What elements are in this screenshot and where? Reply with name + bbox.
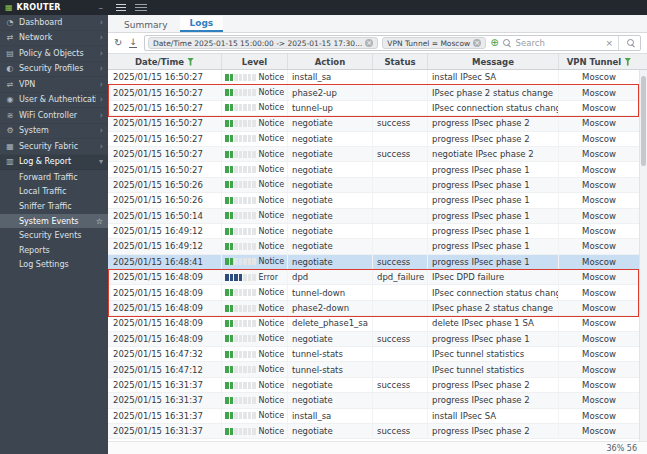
sidebar-item-label: Dashboard [19, 18, 96, 27]
sidebar-item-policy-objects[interactable]: ▤Policy & Objects› [0, 46, 108, 62]
sidebar-item-security-events[interactable]: Security Events [0, 228, 108, 243]
refresh-icon[interactable]: ↻ [114, 38, 122, 48]
log-level: Notice [222, 85, 288, 99]
table-row[interactable]: 2025/01/15 16:31:37Noticenegotiateprogre… [108, 393, 639, 408]
app-window: ▦ KROUTER – ◔Dashboard›⇄Network›▤Policy … [0, 0, 647, 454]
column-header-date-time[interactable]: Date/Time [108, 54, 222, 69]
log-level-label: Notice [259, 288, 285, 297]
remove-filter-icon[interactable]: × [365, 39, 373, 47]
hamburger-icon[interactable] [116, 4, 126, 11]
sidebar-item-forward-traffic[interactable]: Forward Traffic [0, 170, 108, 185]
remove-filter-icon[interactable]: × [473, 39, 481, 47]
sidebar-item-label: WiFi Controller [19, 111, 96, 120]
network-icon: ⇄ [5, 33, 15, 42]
table-row[interactable]: 2025/01/15 16:50:14Noticenegotiateprogre… [108, 209, 639, 224]
sidebar-item-network[interactable]: ⇄Network› [0, 31, 108, 47]
list-menu-icon[interactable] [135, 4, 147, 11]
scrollbar-thumb[interactable] [641, 76, 646, 166]
log-vpn-tunnel: Moscow [559, 255, 639, 269]
favorite-star-icon[interactable]: ☆ [96, 217, 103, 226]
table-row[interactable]: 2025/01/15 16:31:37Noticeinstall_sainsta… [108, 409, 639, 424]
log-action: install_sa [288, 70, 373, 84]
table-row[interactable]: 2025/01/15 16:50:27Noticenegotiateprogre… [108, 132, 639, 147]
clear-search-icon[interactable]: × [600, 36, 619, 50]
column-header-status[interactable]: Status [373, 54, 428, 69]
log-message: progress IPsec phase 2 [428, 393, 559, 407]
table-row[interactable]: 2025/01/15 16:47:32Noticetunnel-statsIPs… [108, 347, 639, 362]
download-icon[interactable]: ↓ [129, 38, 137, 49]
search-bar[interactable]: Date/Time 2025-01-15 15:00:00 -> 2025-01… [144, 35, 641, 51]
vertical-scrollbar[interactable] [639, 70, 647, 441]
table-row[interactable]: 2025/01/15 16:50:26Noticenegotiateprogre… [108, 193, 639, 208]
table-row[interactable]: 2025/01/15 16:48:09Noticenegotiatesucces… [108, 332, 639, 347]
add-filter-icon[interactable]: ⊕ [490, 38, 498, 48]
level-indicator [225, 382, 256, 389]
table-row[interactable]: 2025/01/15 16:48:41Noticenegotiatesucces… [108, 255, 639, 270]
table-row[interactable]: 2025/01/15 16:31:37Noticenegotiatesucces… [108, 424, 639, 439]
table-row[interactable]: 2025/01/15 16:48:09Noticetunnel-downIPse… [108, 285, 639, 300]
sidebar-item-wifi-controller[interactable]: ≋WiFi Controller› [0, 108, 108, 124]
log-date: 2025/01/15 16:31:37 [108, 409, 222, 423]
log-vpn-tunnel: Moscow [559, 301, 639, 315]
sidebar-item-security-profiles[interactable]: ◐Security Profiles› [0, 62, 108, 78]
table-row[interactable]: 2025/01/15 16:50:27Noticenegotiatesucces… [108, 147, 639, 162]
sidebar-subitem-label: Security Events [19, 231, 81, 240]
column-header-message[interactable]: Message [428, 54, 559, 69]
sidebar-item-reports[interactable]: Reports [0, 243, 108, 258]
table-row[interactable]: 2025/01/15 16:48:09Noticedelete_phase1_s… [108, 316, 639, 331]
table-row[interactable]: 2025/01/15 16:48:09Errordpddpd_failureIP… [108, 270, 639, 285]
chevron-down-icon: ▾ [99, 157, 103, 166]
sidebar-item-log-settings[interactable]: Log Settings [0, 258, 108, 273]
sidebar-item-local-traffic[interactable]: Local Traffic [0, 185, 108, 200]
sidebar-item-vpn[interactable]: ⇌VPN› [0, 77, 108, 93]
log-vpn-tunnel: Moscow [559, 285, 639, 299]
table-row[interactable]: 2025/01/15 16:49:12Noticenegotiateprogre… [108, 239, 639, 254]
log-message: progress IPsec phase 1 [428, 162, 559, 176]
sidebar-item-system[interactable]: ⚙System› [0, 124, 108, 140]
collapse-sidebar-icon[interactable]: – [99, 3, 104, 13]
log-level: Notice [222, 239, 288, 253]
column-header-level[interactable]: Level [222, 54, 288, 69]
sidebar-item-sniffer-traffic[interactable]: Sniffer Traffic [0, 199, 108, 214]
sidebar-item-label: System [19, 126, 96, 135]
filter-funnel-icon[interactable] [624, 58, 631, 66]
log-level-label: Notice [259, 180, 285, 189]
table-row[interactable]: 2025/01/15 16:50:27Noticetunnel-upIPsec … [108, 101, 639, 116]
sidebar-item-security-fabric[interactable]: ▦Security Fabric› [0, 139, 108, 155]
main-area: Summary Logs ↻ ↓ Date/Time 2025-01-15 15… [108, 0, 647, 454]
table-row[interactable]: 2025/01/15 16:31:37Noticenegotiatesucces… [108, 378, 639, 393]
tab-summary[interactable]: Summary [114, 18, 178, 32]
chevron-right-icon: › [100, 95, 103, 104]
log-level-label: Notice [259, 427, 285, 436]
filter-funnel-icon[interactable] [187, 58, 194, 66]
log-date: 2025/01/15 16:50:27 [108, 85, 222, 99]
sidebar-item-log-report[interactable]: ▥Log & Report▾ [0, 155, 108, 171]
security-fabric-icon: ▦ [5, 142, 15, 151]
log-action: tunnel-stats [288, 347, 373, 361]
column-header-vpn-tunnel[interactable]: VPN Tunnel [559, 54, 639, 69]
log-status [373, 347, 428, 361]
table-row[interactable]: 2025/01/15 16:50:26Noticenegotiateprogre… [108, 178, 639, 193]
sidebar-item-user-authentication[interactable]: ◉User & Authentication› [0, 93, 108, 109]
tab-logs[interactable]: Logs [180, 16, 224, 32]
filter-pill-label: Date/Time 2025-01-15 15:00:00 -> 2025-01… [153, 39, 362, 48]
filter-pill[interactable]: Date/Time 2025-01-15 15:00:00 -> 2025-01… [148, 37, 378, 49]
table-row[interactable]: 2025/01/15 16:50:27Noticenegotiateprogre… [108, 162, 639, 177]
search-input[interactable]: Search [516, 38, 597, 48]
filter-pill[interactable]: VPN Tunnel = Moscow× [382, 37, 486, 49]
table-row[interactable]: 2025/01/15 16:50:27Noticenegotiatesucces… [108, 116, 639, 131]
sidebar-item-dashboard[interactable]: ◔Dashboard› [0, 15, 108, 31]
table-row[interactable]: 2025/01/15 16:49:12Noticenegotiateprogre… [108, 224, 639, 239]
column-header-label: Message [472, 57, 514, 67]
column-header-action[interactable]: Action [288, 54, 373, 69]
log-date: 2025/01/15 16:47:12 [108, 362, 222, 376]
table-row[interactable]: 2025/01/15 16:48:09Noticephase2-downIPse… [108, 301, 639, 316]
sidebar-item-label: Policy & Objects [19, 49, 96, 58]
table-row[interactable]: 2025/01/15 16:50:27Noticeinstall_sainsta… [108, 70, 639, 85]
table-row[interactable]: 2025/01/15 16:47:12Noticetunnel-statsIPs… [108, 362, 639, 377]
log-message: progress IPsec phase 1 [428, 224, 559, 238]
table-row[interactable]: 2025/01/15 16:50:27Noticephase2-upIPsec … [108, 85, 639, 100]
sidebar-item-system-events[interactable]: System Events☆ [0, 214, 108, 229]
sidebar-item-label: Network [19, 33, 96, 42]
search-submit-icon[interactable] [623, 39, 640, 48]
